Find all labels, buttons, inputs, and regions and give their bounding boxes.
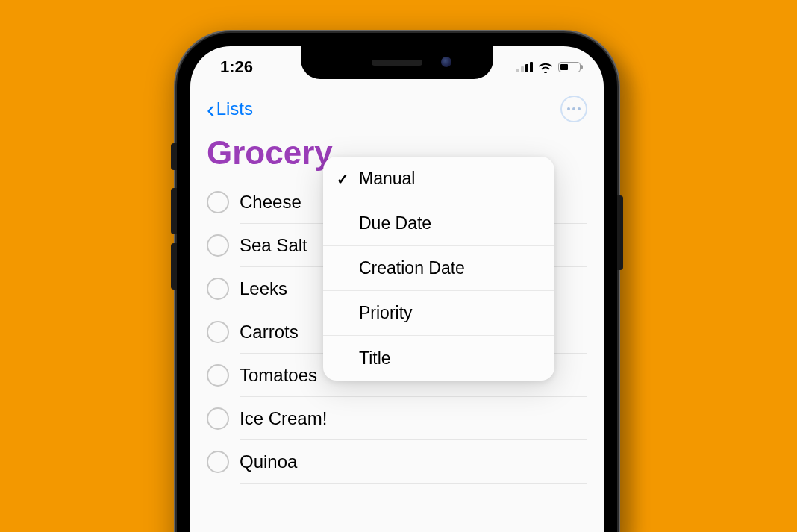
sort-option-label: Title (354, 348, 391, 369)
sort-option-title[interactable]: Title (323, 336, 554, 381)
item-label: Ice Cream! (240, 408, 327, 429)
battery-icon (558, 62, 583, 72)
completion-circle-icon[interactable] (207, 407, 229, 430)
item-label: Carrots (240, 322, 299, 342)
front-camera (441, 57, 451, 67)
item-label: Sea Salt (240, 235, 307, 256)
sort-option-label: Priority (354, 303, 413, 323)
phone-frame: 1:26 (177, 33, 617, 532)
notch (301, 46, 493, 79)
item-label: Tomatoes (240, 365, 317, 386)
sort-option-label: Due Date (354, 213, 431, 234)
sort-option-manual[interactable]: ✓ Manual (323, 157, 554, 201)
ellipsis-icon (567, 107, 581, 110)
mute-switch[interactable] (171, 143, 177, 170)
wifi-icon (537, 61, 554, 73)
screen: 1:26 (190, 46, 604, 532)
sort-option-due-date[interactable]: Due Date (323, 201, 554, 246)
nav-bar: ‹ Lists (190, 88, 604, 130)
item-label: Cheese (240, 192, 301, 213)
power-button[interactable] (617, 195, 623, 270)
speaker-grille (372, 60, 422, 66)
chevron-left-icon: ‹ (207, 97, 215, 121)
list-item[interactable]: Quinoa (207, 440, 604, 484)
status-time: 1:26 (220, 57, 253, 77)
volume-up-button[interactable] (171, 188, 177, 234)
sort-menu-popover: ✓ Manual Due Date Creation Date Priority (323, 157, 554, 381)
more-options-button[interactable] (560, 96, 587, 122)
list-item[interactable]: Ice Cream! (207, 397, 604, 440)
completion-circle-icon[interactable] (207, 364, 229, 387)
sort-option-label: Creation Date (354, 258, 465, 278)
checkmark-icon: ✓ (337, 170, 354, 188)
volume-down-button[interactable] (171, 243, 177, 290)
completion-circle-icon[interactable] (207, 191, 229, 213)
item-label: Quinoa (240, 451, 297, 472)
item-label: Leeks (240, 278, 287, 299)
completion-circle-icon[interactable] (207, 451, 229, 473)
sort-option-label: Manual (354, 169, 415, 189)
completion-circle-icon[interactable] (207, 278, 229, 300)
sort-option-priority[interactable]: Priority (323, 291, 554, 336)
completion-circle-icon[interactable] (207, 321, 229, 343)
sort-option-creation-date[interactable]: Creation Date (323, 246, 554, 291)
back-label: Lists (216, 98, 253, 119)
cellular-icon (516, 62, 533, 72)
status-indicators (516, 61, 583, 73)
completion-circle-icon[interactable] (207, 234, 229, 257)
back-button[interactable]: ‹ Lists (207, 97, 253, 121)
